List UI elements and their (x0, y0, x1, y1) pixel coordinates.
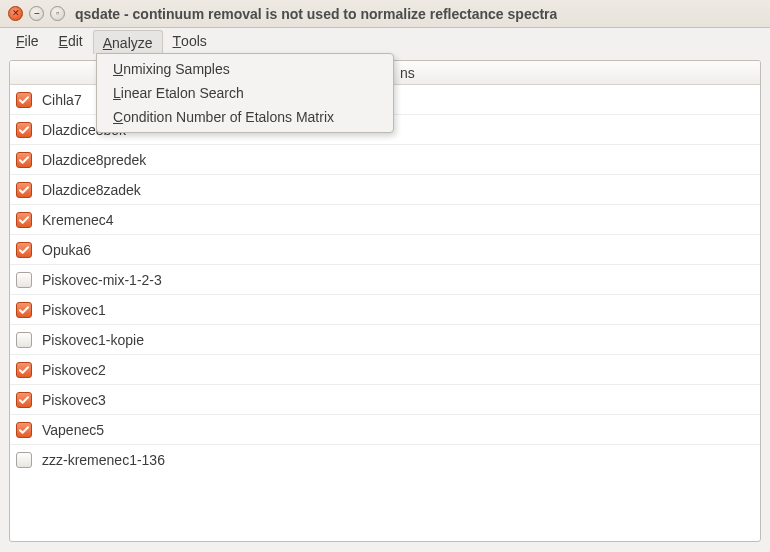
table-row[interactable]: Piskovec-mix-1-2-3 (10, 265, 760, 295)
close-button[interactable]: ✕ (8, 6, 23, 21)
table-row[interactable]: Kremenec4 (10, 205, 760, 235)
row-checkbox[interactable] (16, 212, 32, 228)
row-label: Opuka6 (42, 242, 91, 258)
maximize-button[interactable]: ▫ (50, 6, 65, 21)
row-label: Piskovec1 (42, 302, 106, 318)
row-checkbox[interactable] (16, 122, 32, 138)
close-icon: ✕ (12, 9, 20, 18)
analyze-menu-item[interactable]: Unmixing Samples (97, 57, 393, 81)
row-checkbox[interactable] (16, 362, 32, 378)
row-label: Kremenec4 (42, 212, 114, 228)
menu-analyze[interactable]: Analyze (93, 30, 163, 54)
row-label: Dlazdice8zadek (42, 182, 141, 198)
table-row[interactable]: Piskovec2 (10, 355, 760, 385)
menu-tools[interactable]: Tools (163, 28, 217, 54)
row-checkbox[interactable] (16, 302, 32, 318)
row-label: zzz-kremenec1-136 (42, 452, 165, 468)
row-label: Piskovec3 (42, 392, 106, 408)
row-checkbox[interactable] (16, 392, 32, 408)
analyze-dropdown: Unmixing SamplesLinear Etalon SearchCond… (96, 53, 394, 133)
menu-edit[interactable]: Edit (49, 28, 93, 54)
row-checkbox[interactable] (16, 152, 32, 168)
row-checkbox[interactable] (16, 332, 32, 348)
row-checkbox[interactable] (16, 272, 32, 288)
table-row[interactable]: Piskovec1-kopie (10, 325, 760, 355)
window-title: qsdate - continuum removal is not used t… (75, 6, 557, 22)
row-checkbox[interactable] (16, 92, 32, 108)
row-checkbox[interactable] (16, 182, 32, 198)
table-row[interactable]: Dlazdice8zadek (10, 175, 760, 205)
table-row[interactable]: Vapenec5 (10, 415, 760, 445)
row-checkbox[interactable] (16, 452, 32, 468)
row-label: Piskovec-mix-1-2-3 (42, 272, 162, 288)
titlebar: ✕ ‒ ▫ qsdate - continuum removal is not … (0, 0, 770, 28)
menu-file[interactable]: File (6, 28, 49, 54)
maximize-icon: ▫ (56, 9, 59, 18)
list-rows: Cihla7Dlazdice8bokDlazdice8predekDlazdic… (10, 85, 760, 475)
minimize-button[interactable]: ‒ (29, 6, 44, 21)
window-buttons: ✕ ‒ ▫ (8, 6, 65, 21)
row-label: Dlazdice8predek (42, 152, 146, 168)
list-header-text: ns (400, 65, 415, 81)
row-checkbox[interactable] (16, 422, 32, 438)
row-label: Piskovec2 (42, 362, 106, 378)
table-row[interactable]: Piskovec1 (10, 295, 760, 325)
row-label: Cihla7 (42, 92, 82, 108)
menubar: File Edit Analyze Tools Unmixing Samples… (0, 28, 770, 54)
row-label: Piskovec1-kopie (42, 332, 144, 348)
row-checkbox[interactable] (16, 242, 32, 258)
analyze-menu-item[interactable]: Condition Number of Etalons Matrix (97, 105, 393, 129)
table-row[interactable]: zzz-kremenec1-136 (10, 445, 760, 475)
row-label: Vapenec5 (42, 422, 104, 438)
app-window: ✕ ‒ ▫ qsdate - continuum removal is not … (0, 0, 770, 552)
table-row[interactable]: Dlazdice8predek (10, 145, 760, 175)
analyze-menu-item[interactable]: Linear Etalon Search (97, 81, 393, 105)
table-row[interactable]: Opuka6 (10, 235, 760, 265)
table-row[interactable]: Piskovec3 (10, 385, 760, 415)
minimize-icon: ‒ (34, 9, 40, 18)
